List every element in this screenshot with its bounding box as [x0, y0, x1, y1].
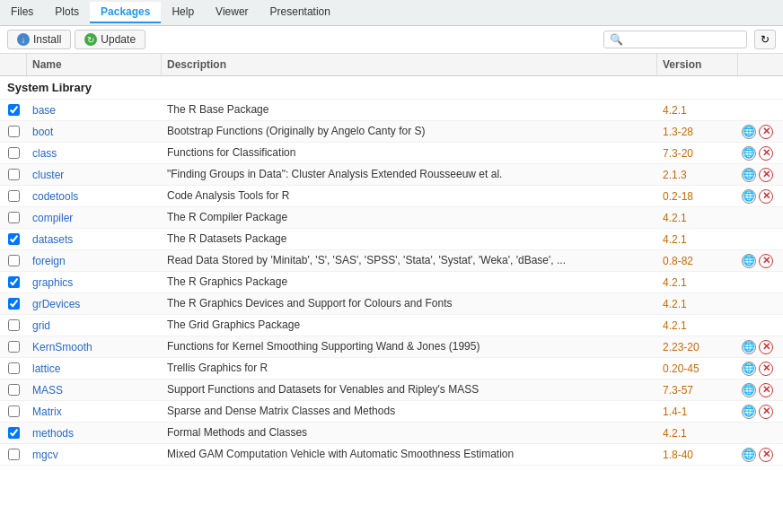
table-row: bootBootstrap Functions (Originally by A…: [0, 121, 783, 143]
pkg-name-link[interactable]: mgcv: [32, 449, 58, 461]
pkg-name-link[interactable]: datasets: [32, 233, 73, 246]
pkg-name-cell: grDevices: [27, 295, 162, 313]
menu-viewer[interactable]: Viewer: [205, 2, 259, 23]
pkg-name-link[interactable]: KernSmooth: [32, 341, 92, 353]
pkg-checkbox[interactable]: [8, 406, 20, 417]
pkg-globe-icon[interactable]: 🌐: [742, 254, 756, 268]
pkg-description: The R Datasets Package: [162, 229, 657, 249]
pkg-delete-icon[interactable]: ✕: [759, 448, 773, 462]
menu-help[interactable]: Help: [161, 2, 205, 23]
install-icon: ↓: [17, 33, 30, 46]
pkg-checkbox[interactable]: [8, 104, 20, 116]
pkg-checkbox-cell: [0, 338, 27, 355]
pkg-name-link[interactable]: base: [32, 104, 56, 117]
pkg-checkbox[interactable]: [8, 319, 20, 331]
menu-files[interactable]: Files: [0, 2, 44, 23]
pkg-description: Functions for Kernel Smoothing Supportin…: [162, 336, 657, 357]
pkg-name-link[interactable]: MASS: [32, 384, 63, 397]
pkg-globe-icon[interactable]: 🌐: [742, 146, 756, 161]
pkg-version: 1.4-1: [657, 403, 738, 421]
pkg-checkbox[interactable]: [8, 212, 20, 223]
pkg-name-cell: codetools: [27, 188, 162, 205]
pkg-name-link[interactable]: codetools: [32, 190, 78, 203]
pkg-name-cell: Matrix: [27, 403, 162, 421]
pkg-globe-icon[interactable]: 🌐: [742, 383, 756, 397]
pkg-globe-icon[interactable]: 🌐: [742, 405, 756, 419]
table-row: MatrixSparse and Dense Matrix Classes an…: [0, 401, 783, 423]
pkg-checkbox-cell: [0, 403, 27, 420]
pkg-globe-icon[interactable]: 🌐: [742, 168, 756, 182]
pkg-delete-icon[interactable]: ✕: [759, 362, 773, 376]
pkg-name-cell: compiler: [27, 209, 162, 227]
pkg-description: Code Analysis Tools for R: [162, 186, 657, 206]
pkg-checkbox[interactable]: [8, 147, 20, 159]
pkg-checkbox[interactable]: [8, 255, 20, 266]
pkg-delete-icon[interactable]: ✕: [759, 383, 773, 397]
pkg-checkbox-cell: [0, 446, 27, 463]
pkg-delete-icon[interactable]: ✕: [759, 254, 773, 268]
pkg-name-link[interactable]: graphics: [32, 276, 73, 289]
pkg-checkbox[interactable]: [8, 276, 20, 288]
col-version: Version: [657, 54, 738, 75]
pkg-version: 4.2.1: [657, 209, 738, 227]
pkg-checkbox[interactable]: [8, 449, 20, 460]
pkg-delete-icon[interactable]: ✕: [759, 405, 773, 419]
pkg-version: 2.23-20: [657, 338, 738, 356]
refresh-button[interactable]: ↻: [754, 30, 776, 49]
pkg-checkbox[interactable]: [8, 233, 20, 245]
menu-plots[interactable]: Plots: [44, 2, 90, 23]
menu-packages[interactable]: Packages: [90, 2, 161, 23]
pkg-checkbox-cell: [0, 360, 27, 377]
col-description: Description: [162, 54, 657, 75]
pkg-checkbox-cell: [0, 123, 27, 140]
pkg-delete-icon[interactable]: ✕: [759, 189, 773, 204]
pkg-name-link[interactable]: foreign: [32, 255, 66, 267]
pkg-checkbox-cell: [0, 231, 27, 248]
pkg-name-link[interactable]: lattice: [32, 362, 60, 375]
pkg-checkbox[interactable]: [8, 298, 20, 310]
table-row: mgcvMixed GAM Computation Vehicle with A…: [0, 444, 783, 466]
pkg-actions-cell: 🌐✕: [738, 448, 783, 462]
pkg-actions-cell: 🌐✕: [738, 254, 783, 268]
pkg-name-link[interactable]: boot: [32, 126, 53, 138]
pkg-globe-icon[interactable]: 🌐: [742, 448, 756, 462]
pkg-checkbox-cell: [0, 317, 27, 334]
pkg-name-link[interactable]: cluster: [32, 169, 64, 181]
update-button[interactable]: ↻ Update: [75, 30, 145, 49]
pkg-name-cell: lattice: [27, 360, 162, 378]
pkg-delete-icon[interactable]: ✕: [759, 125, 773, 139]
pkg-name-link[interactable]: class: [32, 147, 57, 160]
pkg-name-link[interactable]: compiler: [32, 212, 73, 224]
pkg-name-link[interactable]: Matrix: [32, 406, 62, 418]
install-button[interactable]: ↓ Install: [7, 30, 71, 49]
pkg-checkbox[interactable]: [8, 384, 20, 396]
pkg-checkbox[interactable]: [8, 126, 20, 137]
search-input[interactable]: [626, 33, 743, 46]
pkg-globe-icon[interactable]: 🌐: [742, 125, 756, 139]
menu-presentation[interactable]: Presentation: [260, 2, 341, 23]
pkg-delete-icon[interactable]: ✕: [759, 340, 773, 354]
pkg-name-cell: base: [27, 101, 162, 119]
pkg-delete-icon[interactable]: ✕: [759, 146, 773, 161]
pkg-checkbox[interactable]: [8, 169, 20, 180]
pkg-name-link[interactable]: grid: [32, 319, 50, 332]
pkg-checkbox[interactable]: [8, 190, 20, 202]
pkg-name-cell: class: [27, 144, 162, 162]
table-row: latticeTrellis Graphics for R0.20-45🌐✕: [0, 358, 783, 379]
pkg-name-link[interactable]: methods: [32, 427, 74, 440]
pkg-globe-icon[interactable]: 🌐: [742, 340, 756, 354]
pkg-globe-icon[interactable]: 🌐: [742, 362, 756, 376]
pkg-version: 0.2-18: [657, 188, 738, 205]
pkg-globe-icon[interactable]: 🌐: [742, 189, 756, 204]
pkg-actions-cell: 🌐✕: [738, 125, 783, 139]
pkg-name-link[interactable]: grDevices: [32, 298, 80, 310]
pkg-name-cell: KernSmooth: [27, 338, 162, 356]
pkg-checkbox[interactable]: [8, 427, 20, 439]
pkg-delete-icon[interactable]: ✕: [759, 168, 773, 182]
col-actions: [738, 54, 783, 75]
pkg-actions-cell: 🌐✕: [738, 146, 783, 161]
pkg-checkbox[interactable]: [8, 341, 20, 353]
pkg-version: 1.8-40: [657, 446, 738, 464]
pkg-checkbox[interactable]: [8, 362, 20, 374]
pkg-checkbox-cell: [0, 295, 27, 312]
